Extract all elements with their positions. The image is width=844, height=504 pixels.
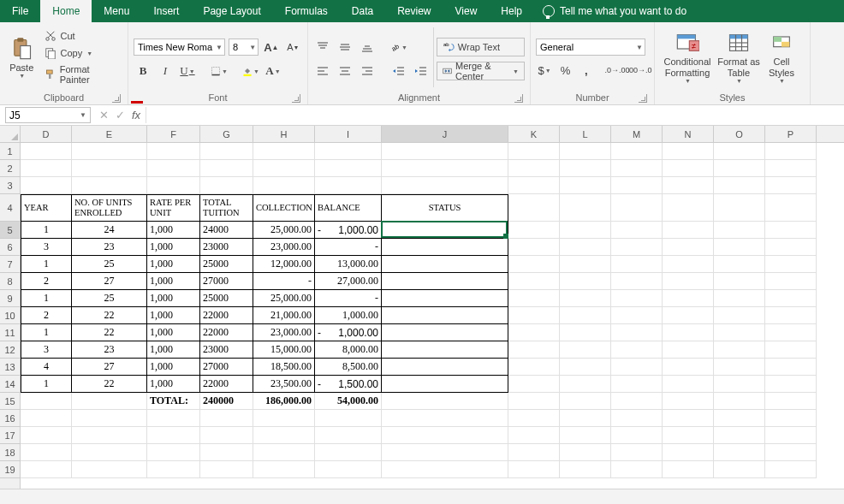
tab-help[interactable]: Help [489, 0, 534, 22]
cell-G3[interactable] [200, 177, 253, 194]
row-header-3[interactable]: 3 [0, 177, 20, 194]
row-header-14[interactable]: 14 [0, 376, 20, 393]
cell-P18[interactable] [765, 444, 817, 461]
cell-O4[interactable] [714, 194, 765, 222]
cell-H1[interactable] [253, 143, 315, 160]
cell-K14[interactable] [508, 376, 560, 393]
dialog-launcher-icon[interactable] [112, 94, 121, 103]
comma-button[interactable]: , [578, 61, 595, 80]
cell-H19[interactable] [253, 461, 315, 478]
cell-D7[interactable]: 1 [21, 256, 72, 273]
cell-D12[interactable]: 3 [21, 341, 72, 359]
row-header-10[interactable]: 10 [0, 307, 20, 324]
col-header-K[interactable]: K [508, 126, 560, 142]
cell-E11[interactable]: 22 [72, 324, 147, 341]
cell-E5[interactable]: 24 [72, 222, 147, 239]
cell-M4[interactable] [611, 194, 663, 222]
cell-O1[interactable] [714, 143, 765, 160]
cell-I8[interactable]: 27,000.00 [315, 273, 382, 290]
cell-D3[interactable] [21, 177, 72, 194]
cell-I12[interactable]: 8,000.00 [315, 341, 382, 359]
cell-G18[interactable] [200, 444, 253, 461]
row-header-1[interactable]: 1 [0, 143, 20, 160]
tab-view[interactable]: View [443, 0, 490, 22]
cell-O8[interactable] [714, 273, 765, 290]
cell-M9[interactable] [611, 290, 663, 307]
font-name-combo[interactable]: Times New Roma▼ [134, 39, 225, 56]
cell-K19[interactable] [508, 461, 560, 478]
cell-E7[interactable]: 25 [72, 256, 147, 273]
cell-G15[interactable]: 240000 [200, 393, 253, 410]
cell-P16[interactable] [765, 410, 817, 427]
cell-F4[interactable]: RATE PER UNIT [147, 194, 200, 222]
increase-indent-button[interactable] [412, 62, 431, 80]
tab-home[interactable]: Home [40, 0, 92, 22]
cell-P5[interactable] [765, 222, 817, 239]
cell-D11[interactable]: 1 [21, 324, 72, 341]
cell-N17[interactable] [663, 427, 714, 444]
cell-P3[interactable] [765, 177, 817, 194]
col-header-O[interactable]: O [714, 126, 765, 142]
cell-J4[interactable]: STATUS [382, 194, 508, 222]
cell-G17[interactable] [200, 427, 253, 444]
col-header-F[interactable]: F [147, 126, 200, 142]
enter-icon[interactable]: ✓ [116, 109, 125, 122]
number-format-combo[interactable]: General▼ [536, 39, 645, 56]
cell-O9[interactable] [714, 290, 765, 307]
cut-button[interactable]: Cut [41, 28, 122, 44]
cell-O7[interactable] [714, 256, 765, 273]
cell-I10[interactable]: 1,000.00 [315, 307, 382, 324]
cell-G6[interactable]: 23000 [200, 239, 253, 256]
col-header-D[interactable]: D [21, 126, 72, 142]
orientation-button[interactable]: ab▼ [389, 38, 408, 56]
row-header-5[interactable]: 5 [0, 222, 20, 239]
cell-L8[interactable] [560, 273, 611, 290]
cell-M15[interactable] [611, 393, 663, 410]
cell-H7[interactable]: 12,000.00 [253, 256, 315, 273]
cell-H4[interactable]: COLLECTION [253, 194, 315, 222]
cell-M10[interactable] [611, 307, 663, 324]
cell-P15[interactable] [765, 393, 817, 410]
cell-M13[interactable] [611, 359, 663, 376]
cell-G4[interactable]: TOTAL TUITION [200, 194, 253, 222]
cell-K5[interactable] [508, 222, 560, 239]
tab-formulas[interactable]: Formulas [273, 0, 340, 22]
cell-N19[interactable] [663, 461, 714, 478]
wrap-text-button[interactable]: ab Wrap Text [437, 38, 525, 56]
cell-J5[interactable] [382, 222, 508, 239]
cancel-icon[interactable]: ✕ [99, 109, 109, 122]
cell-F11[interactable]: 1,000 [147, 324, 200, 341]
cell-E16[interactable] [72, 410, 147, 427]
cell-O3[interactable] [714, 177, 765, 194]
cell-F17[interactable] [147, 427, 200, 444]
row-header-2[interactable]: 2 [0, 160, 20, 177]
cell-D1[interactable] [21, 143, 72, 160]
row-header-12[interactable]: 12 [0, 341, 20, 359]
cell-M7[interactable] [611, 256, 663, 273]
cell-H2[interactable] [253, 160, 315, 177]
cell-G7[interactable]: 25000 [200, 256, 253, 273]
cell-K7[interactable] [508, 256, 560, 273]
col-header-I[interactable]: I [315, 126, 382, 142]
cell-E13[interactable]: 27 [72, 359, 147, 376]
cell-P17[interactable] [765, 427, 817, 444]
format-painter-button[interactable]: Format Painter [41, 62, 122, 86]
tab-data[interactable]: Data [340, 0, 385, 22]
cell-O2[interactable] [714, 160, 765, 177]
cell-K1[interactable] [508, 143, 560, 160]
fx-icon[interactable]: fx [132, 109, 140, 122]
cell-M2[interactable] [611, 160, 663, 177]
cell-G19[interactable] [200, 461, 253, 478]
cell-F16[interactable] [147, 410, 200, 427]
cells-area[interactable]: YEARNO. OF UNITS ENROLLEDRATE PER UNITTO… [21, 143, 844, 489]
align-center-button[interactable] [336, 62, 354, 80]
cell-J14[interactable] [382, 376, 508, 393]
cell-F14[interactable]: 1,000 [147, 376, 200, 393]
col-header-G[interactable]: G [200, 126, 253, 142]
row-header-19[interactable]: 19 [0, 461, 20, 478]
cell-L18[interactable] [560, 444, 611, 461]
cell-P14[interactable] [765, 376, 817, 393]
cell-H17[interactable] [253, 427, 315, 444]
cell-F15[interactable]: TOTAL: [147, 393, 200, 410]
cell-L5[interactable] [560, 222, 611, 239]
